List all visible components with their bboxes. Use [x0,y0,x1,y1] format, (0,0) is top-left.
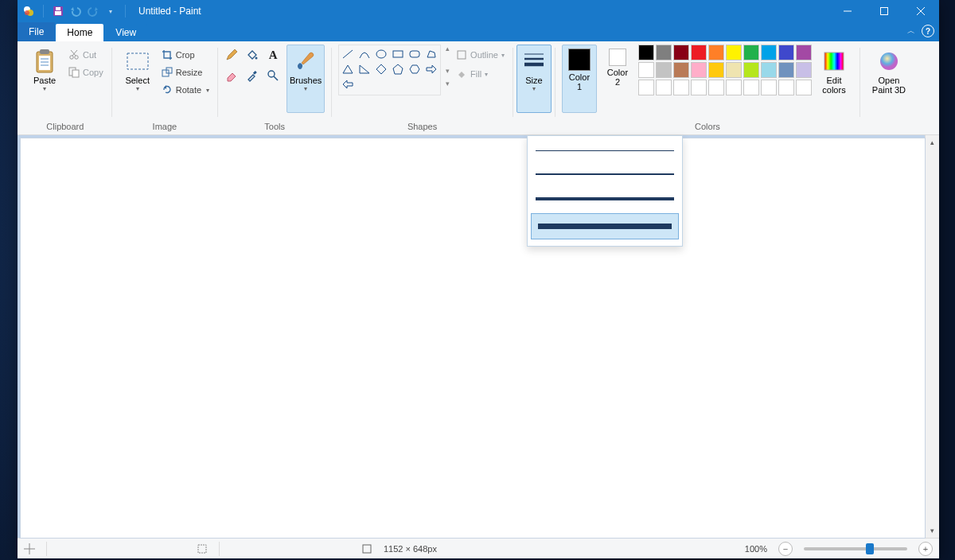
color-swatch[interactable] [673,62,689,78]
color-swatch[interactable] [656,45,672,60]
file-tab[interactable]: File [18,22,55,41]
more-shapes-icon[interactable] [407,79,422,90]
color-swatch[interactable] [796,62,812,78]
triangle-shape-icon[interactable] [341,64,355,75]
color2-button[interactable]: Color 2 [600,45,635,113]
brushes-button[interactable]: Brushes ▾ [286,45,325,113]
star-shape-icon[interactable] [391,79,405,90]
select-button[interactable]: Select ▾ [119,45,157,113]
size-option-8px[interactable] [531,213,679,239]
save-icon[interactable] [52,5,64,18]
resize-button[interactable]: Resize [160,65,211,80]
zoom-slider[interactable] [804,547,907,550]
color1-button[interactable]: Color 1 [562,45,597,113]
open-paint3d-button[interactable]: Open Paint 3D [867,45,911,113]
color-swatch[interactable] [708,45,724,60]
bucket-icon[interactable] [245,49,259,60]
eraser-icon[interactable] [224,70,239,81]
color-swatch[interactable] [726,62,742,78]
curve-shape-icon[interactable] [357,49,372,60]
polygon-shape-icon[interactable] [424,49,439,60]
collapse-ribbon-icon[interactable]: ︿ [907,25,915,37]
paste-button[interactable]: Paste ▾ [25,45,64,113]
close-button[interactable] [902,0,939,22]
color-swatch[interactable] [761,45,777,60]
size-option-3px[interactable] [528,162,682,186]
redo-icon[interactable] [87,5,99,18]
outline-button[interactable]: Outline ▾ [454,48,506,62]
svg-rect-37 [824,52,844,70]
zoom-out-button[interactable]: − [778,542,793,556]
rectangle-shape-icon[interactable] [391,49,405,60]
color-swatch[interactable] [691,45,707,60]
color-swatch-empty[interactable] [796,80,812,95]
scroll-up-icon[interactable]: ▴ [926,135,939,150]
qat-dropdown-icon[interactable]: ▾ [104,5,117,18]
text-icon[interactable]: A [266,49,280,60]
size-option-5px[interactable] [528,186,682,212]
pentagon-shape-icon[interactable] [391,64,405,75]
color-swatch[interactable] [708,62,724,78]
color-swatch[interactable] [761,62,777,78]
crop-button[interactable]: Crop [160,48,211,62]
minimize-button[interactable] [829,0,866,22]
edit-colors-button[interactable]: Edit colors [815,45,853,113]
rotate-button[interactable]: Rotate ▾ [160,83,211,97]
color-swatch[interactable] [691,62,707,78]
zoom-in-button[interactable]: + [918,542,933,556]
right-triangle-shape-icon[interactable] [357,64,372,75]
arrow-up-shape-icon[interactable] [357,79,372,90]
fill-button[interactable]: Fill ▾ [454,67,506,81]
hexagon-shape-icon[interactable] [407,64,422,75]
size-option-1px[interactable] [528,139,682,162]
color-swatch-empty[interactable] [778,80,794,95]
color-swatch[interactable] [743,45,759,60]
color-swatch[interactable] [743,62,759,78]
cut-button[interactable]: Cut [67,48,105,62]
color-swatch-empty[interactable] [761,80,777,95]
magnifier-icon[interactable] [266,70,280,81]
scroll-down-icon[interactable]: ▾ [926,523,939,538]
shapes-scroll-up-icon[interactable]: ▴ [446,45,450,52]
diamond-shape-icon[interactable] [374,64,388,75]
color-swatch-empty[interactable] [708,80,724,95]
color-swatch-empty[interactable] [726,80,742,95]
size-button[interactable]: Size ▾ [516,45,552,113]
color-swatch[interactable] [638,62,654,78]
color-swatch[interactable] [778,45,794,60]
color-swatch[interactable] [673,45,689,60]
color-swatch-empty[interactable] [656,80,672,95]
group-label: Image [153,119,177,134]
vertical-scrollbar[interactable]: ▴ ▾ [925,135,939,538]
rounded-rect-shape-icon[interactable] [407,49,422,60]
view-tab[interactable]: View [104,24,147,41]
home-tab[interactable]: Home [56,24,103,41]
pencil-icon[interactable] [224,49,239,60]
line-shape-icon[interactable] [341,49,355,60]
undo-icon[interactable] [69,5,82,18]
color-swatch[interactable] [726,45,742,60]
more-shapes-icon[interactable] [424,79,439,90]
color-swatch[interactable] [778,62,794,78]
color-swatch[interactable] [638,45,654,60]
arrow-left-shape-icon[interactable] [341,79,355,90]
eyedropper-icon[interactable] [245,70,259,81]
arrow-down-shape-icon[interactable] [374,79,388,90]
color-swatch[interactable] [656,62,672,78]
rotate-label: Rotate [176,85,201,95]
color-swatch[interactable] [796,45,812,60]
shapes-expand-icon[interactable]: ▾ [446,80,450,88]
shapes-scroll-down-icon[interactable]: ▾ [446,67,450,75]
color-swatch-empty[interactable] [691,80,707,95]
oval-shape-icon[interactable] [374,49,388,60]
color-swatch-empty[interactable] [673,80,689,95]
color-swatch-empty[interactable] [743,80,759,95]
selection-size-icon [197,543,208,554]
arrow-right-shape-icon[interactable] [424,64,439,75]
help-icon[interactable]: ? [922,25,934,37]
color-swatch-empty[interactable] [638,80,654,95]
copy-button[interactable]: Copy [67,65,105,80]
canvas[interactable] [21,138,925,538]
zoom-thumb[interactable] [866,543,874,554]
maximize-button[interactable] [866,0,902,22]
